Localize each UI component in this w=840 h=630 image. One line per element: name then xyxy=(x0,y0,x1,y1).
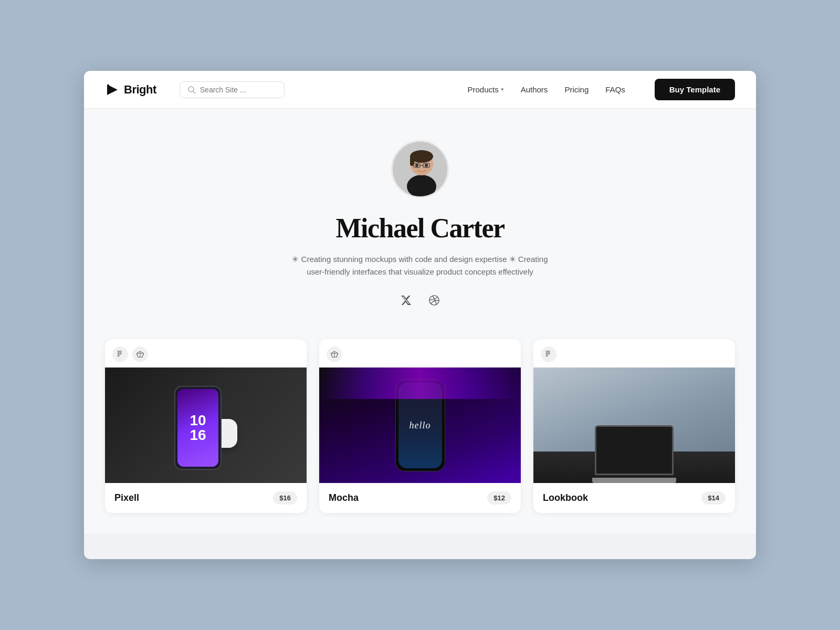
card-tools-lookbook xyxy=(533,339,735,362)
laptop-screen xyxy=(595,425,674,475)
sketch-badge xyxy=(132,346,148,362)
svg-rect-32 xyxy=(546,353,548,354)
svg-rect-18 xyxy=(120,353,121,354)
logo-text: Bright xyxy=(124,83,156,97)
search-bar[interactable] xyxy=(180,81,285,98)
svg-rect-15 xyxy=(118,351,119,352)
author-bio: ✳ Creating stunning mockups with code an… xyxy=(284,253,556,278)
search-icon xyxy=(187,86,196,94)
product-card-pixell[interactable]: 10 16 Pixell $16 xyxy=(105,339,307,513)
nav-links: Products ▾ Authors Pricing FAQs Buy Temp… xyxy=(467,79,735,100)
card-image-lookbook xyxy=(533,368,735,483)
card-tools-mocha xyxy=(319,339,521,362)
svg-rect-16 xyxy=(120,351,121,352)
card-image-mocha: hello xyxy=(319,368,521,483)
product-price-pixell: $16 xyxy=(273,491,297,505)
laptop-mockup xyxy=(592,425,676,483)
product-card-lookbook[interactable]: Lookbook $14 xyxy=(533,339,735,513)
chevron-down-icon: ▾ xyxy=(501,86,504,93)
svg-point-13 xyxy=(425,164,428,167)
svg-point-5 xyxy=(407,175,436,198)
author-profile: Michael Carter ✳ Creating stunning mocku… xyxy=(105,140,735,310)
twitter-x-icon[interactable] xyxy=(396,291,415,310)
svg-line-23 xyxy=(136,353,138,357)
card-bottom-lookbook: Lookbook $14 xyxy=(533,483,735,513)
svg-line-3 xyxy=(193,91,195,93)
main-content: Michael Carter ✳ Creating stunning mocku… xyxy=(84,109,756,534)
card-image-pixell: 10 16 xyxy=(105,368,307,483)
figma-badge-lookbook xyxy=(541,346,556,362)
logo-icon xyxy=(105,82,120,97)
card-bottom-mocha: Mocha $12 xyxy=(319,483,521,513)
author-name: Michael Carter xyxy=(335,213,504,244)
sketch-badge-mocha xyxy=(327,346,342,362)
svg-rect-31 xyxy=(548,351,550,352)
svg-rect-19 xyxy=(118,355,119,356)
laptop-base xyxy=(592,478,676,483)
avatar-illustration xyxy=(393,142,449,198)
nav-faqs[interactable]: FAQs xyxy=(605,85,625,94)
phone-mockup: 10 16 xyxy=(174,386,222,470)
card-tools xyxy=(105,339,307,362)
card-bottom-pixell: Pixell $16 xyxy=(105,483,307,513)
figma-badge xyxy=(112,346,128,362)
products-grid: 10 16 Pixell $16 xyxy=(105,339,735,513)
product-name-pixell: Pixell xyxy=(114,492,139,503)
svg-point-12 xyxy=(415,164,418,167)
logo-link[interactable]: Bright xyxy=(105,82,156,97)
phone-screen: 10 16 xyxy=(177,389,218,467)
search-input[interactable] xyxy=(200,86,277,94)
svg-line-29 xyxy=(337,353,338,357)
avatar xyxy=(391,140,449,198)
browser-window: Bright Products ▾ Authors Pricing FAQs xyxy=(84,71,756,559)
nav-authors[interactable]: Authors xyxy=(521,85,548,94)
navbar: Bright Products ▾ Authors Pricing FAQs xyxy=(84,71,756,109)
svg-rect-17 xyxy=(118,353,119,354)
social-icons xyxy=(396,291,444,310)
nav-pricing[interactable]: Pricing xyxy=(564,85,589,94)
dribbble-icon[interactable] xyxy=(425,291,444,310)
product-name-lookbook: Lookbook xyxy=(543,492,588,503)
product-name-mocha: Mocha xyxy=(329,492,359,503)
product-price-lookbook: $14 xyxy=(701,491,726,505)
svg-rect-33 xyxy=(548,353,550,354)
product-price-mocha: $12 xyxy=(487,491,511,505)
buy-template-button[interactable]: Buy Template xyxy=(655,79,735,100)
purple-lights xyxy=(319,368,521,399)
svg-rect-34 xyxy=(546,355,548,356)
svg-line-24 xyxy=(142,353,144,357)
svg-rect-1 xyxy=(107,85,109,89)
nav-products[interactable]: Products ▾ xyxy=(467,85,503,94)
svg-line-28 xyxy=(331,353,332,357)
product-card-mocha[interactable]: hello Mocha $12 xyxy=(319,339,521,513)
svg-rect-30 xyxy=(546,351,548,352)
